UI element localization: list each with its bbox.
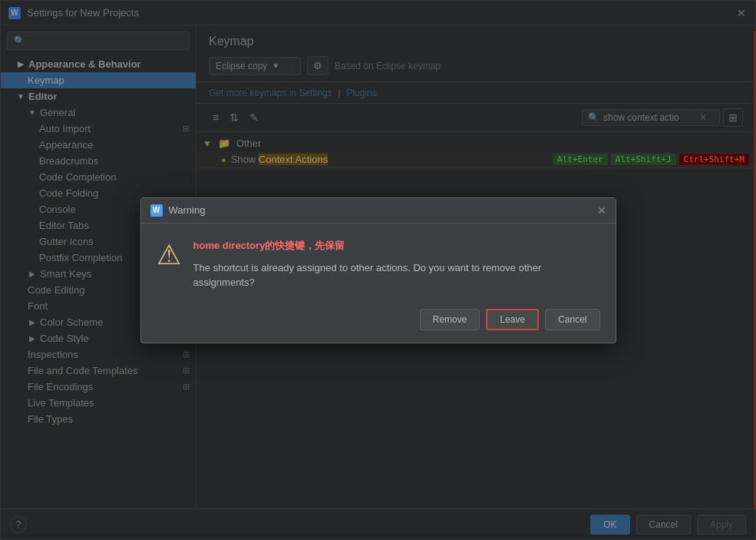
dialog-close-button[interactable]: ✕ bbox=[597, 204, 606, 217]
dialog-message-area: home directory的快捷键，先保留 The shortcut is a… bbox=[193, 239, 600, 290]
dialog-cancel-button[interactable]: Cancel bbox=[545, 309, 599, 330]
dialog-title-bar: W Warning ✕ bbox=[141, 198, 616, 224]
dialog-buttons: Remove Leave Cancel bbox=[141, 303, 616, 343]
warning-dialog-overlay: W Warning ✕ ⚠ home directory的快捷键，先保留 The… bbox=[0, 0, 756, 540]
dialog-body: ⚠ home directory的快捷键，先保留 The shortcut is… bbox=[141, 224, 616, 303]
dialog-title: Warning bbox=[169, 204, 591, 216]
dialog-leave-button[interactable]: Leave bbox=[486, 309, 539, 330]
dialog-subtitle: home directory的快捷键，先保留 bbox=[193, 239, 600, 253]
dialog-app-icon: W bbox=[150, 204, 163, 217]
warning-dialog: W Warning ✕ ⚠ home directory的快捷键，先保留 The… bbox=[140, 197, 616, 343]
warning-icon: ⚠ bbox=[157, 239, 181, 290]
dialog-remove-button[interactable]: Remove bbox=[420, 309, 480, 330]
dialog-message: The shortcut is already assigned to othe… bbox=[193, 260, 600, 290]
